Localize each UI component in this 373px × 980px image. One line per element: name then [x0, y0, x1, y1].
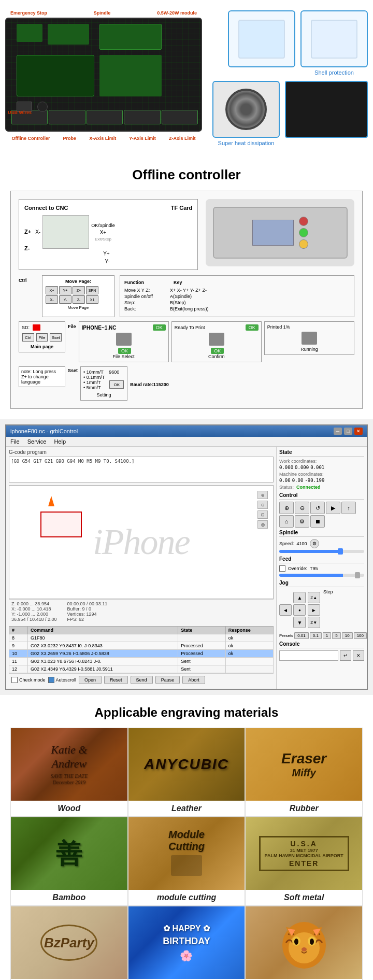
abort-button[interactable]: Abort [182, 676, 205, 684]
preset-001[interactable]: 0.01 [294, 632, 309, 639]
close-icon: ✕ [356, 429, 361, 434]
speed-slider[interactable] [279, 550, 364, 553]
x-plus-label-panel: X+ [100, 230, 107, 235]
shell-box-1 [228, 10, 295, 67]
speed-label: Speed: [279, 541, 294, 546]
setting-section: note: Long press Z+ to change language S… [19, 366, 354, 401]
confirm-label: Confirm [175, 354, 259, 359]
preset-100[interactable]: 100 [354, 632, 367, 639]
check-mode-checkbox[interactable] [11, 677, 18, 683]
setting-box: • 10mm/T • 0.1mm/T • 1mm/T • 5mm/T 9600 … [80, 366, 127, 401]
move-row-1: X+ Y+ Z+ SPN [46, 286, 111, 294]
btn-x-minus[interactable]: X- [46, 295, 58, 304]
ctrl-btn-zoom-in[interactable]: ⊕ [279, 502, 294, 514]
cell-state: Sent [178, 658, 225, 665]
metal-image: U.S.A 31 MET 1977 PALM HAVEN MCMCIDAL AI… [246, 817, 362, 890]
wood-text: Katie & Andrew SAVE THE DATEDecember 201… [51, 743, 88, 786]
ctrl-btn-stop[interactable]: ⏹ [310, 515, 325, 528]
jog-z-up[interactable]: Z▲ [308, 592, 320, 603]
gcode-textarea[interactable]: [G0 G54 G17 G21 G90 G94 M0 M5 M9 T0. S41… [9, 457, 274, 482]
preset-1[interactable]: 1 [323, 632, 331, 639]
jog-pad: ▲ Z▲ ◄ ● ► ▼ Z▼ [279, 592, 321, 628]
menu-service[interactable]: Service [27, 438, 47, 445]
cell-response [225, 658, 273, 665]
maximize-button[interactable]: □ [344, 428, 352, 435]
menu-file[interactable]: File [10, 438, 20, 445]
confirm-box: Ready To Print OK OK Confirm [171, 321, 262, 362]
ctrl-btn-home[interactable]: ⌂ [279, 515, 294, 528]
mdf-image: BzParty [11, 906, 127, 979]
machine-y: 0.00 [292, 478, 304, 483]
send-button[interactable]: Send [131, 676, 153, 684]
preset-5[interactable]: 5 [332, 632, 340, 639]
feed-slider[interactable] [279, 574, 364, 577]
z-plus-label: Z+ [24, 229, 31, 235]
feed-section-title: Feed [279, 556, 364, 563]
open-button[interactable]: Open [79, 676, 102, 684]
btn-z-minus[interactable]: Z- [73, 295, 85, 304]
plywood-content [246, 906, 362, 979]
preset-10[interactable]: 10 [342, 632, 353, 639]
ready-to-print-label: Ready To Print [175, 325, 205, 330]
jog-z-down[interactable]: Z▼ [308, 617, 320, 628]
close-button[interactable]: ✕ [354, 428, 363, 435]
jog-left[interactable]: ◄ [279, 604, 292, 616]
jog-center[interactable]: ● [293, 604, 306, 616]
ctrl-btn-up[interactable]: ↑ [341, 502, 356, 514]
btn-x1[interactable]: X1 [86, 295, 98, 304]
machine-coords-row: Machine coordinates: [279, 472, 364, 477]
jog-right[interactable]: ► [308, 604, 320, 616]
ctrl-btn-play[interactable]: ▶ [326, 502, 340, 514]
canvas-btn-2[interactable]: ⊖ [257, 501, 268, 509]
move-01mm: 0.1mm/T [87, 375, 105, 380]
cell-response: ok [225, 650, 273, 658]
minimize-icon: ─ [336, 429, 339, 434]
preset-label: Presets [279, 633, 293, 638]
pause-button[interactable]: Pause [155, 676, 180, 684]
btn-spn[interactable]: SPN [86, 286, 98, 294]
preset-01[interactable]: 0.1 [310, 632, 322, 639]
reset-button[interactable]: Reset [104, 676, 128, 684]
file-btn[interactable]: File [36, 333, 48, 342]
ctrl-btn[interactable]: Ctrl [22, 333, 34, 342]
canvas-btn-4[interactable]: ◎ [257, 520, 268, 529]
feed-slider-handle[interactable] [355, 572, 360, 578]
slider-handle[interactable] [338, 548, 343, 555]
material-wood: Katie & Andrew SAVE THE DATEDecember 201… [10, 728, 128, 817]
shell-item-2: Shell protection [300, 10, 368, 76]
console-clear-btn[interactable]: ✕ [353, 650, 364, 661]
autoscroll-checkbox[interactable] [48, 677, 54, 683]
minimize-button[interactable]: ─ [334, 428, 342, 435]
sd-icon [33, 324, 40, 331]
ctrl-btn-reset-view[interactable]: ↺ [310, 502, 325, 514]
btn-z-plus[interactable]: Z+ [73, 286, 85, 294]
func-header: Function Key [124, 280, 350, 285]
menu-help[interactable]: Help [54, 438, 66, 445]
cell-command: G02 X3.023 Y8.6756 I-0.8243 J-0. [27, 658, 178, 665]
btn-x-plus[interactable]: X+ [46, 286, 58, 294]
canvas-btn-3[interactable]: ⊡ [257, 510, 268, 519]
sset-btn[interactable]: Sset [50, 333, 62, 342]
spindle-toggle[interactable]: ⚙ [310, 539, 319, 548]
setting-ok-btn[interactable]: OK [109, 380, 124, 389]
override-checkbox[interactable] [279, 565, 285, 572]
jog-down[interactable]: ▼ [293, 617, 306, 628]
print-icon-3 [302, 332, 317, 345]
console-send-btn[interactable]: ↵ [340, 650, 351, 661]
btn-y-minus[interactable]: Y- [59, 295, 71, 304]
ok-btn-2[interactable]: OK [118, 348, 131, 354]
file-select-label: File Select [82, 354, 166, 359]
ok-btn-1[interactable]: OK [153, 324, 166, 331]
ctrl-btn-zoom-out[interactable]: ⊖ [295, 502, 309, 514]
btn-y-plus[interactable]: Y+ [59, 286, 71, 294]
ok-btn-4[interactable]: OK [211, 348, 224, 354]
grbl-right-panel: State Work coordinates: 0.000 0.000 0.00… [276, 447, 367, 689]
function-col-header: Function [124, 280, 166, 285]
jog-up[interactable]: ▲ [293, 592, 306, 603]
ctrl-btn-settings[interactable]: ⚙ [295, 515, 309, 528]
ok-btn-3[interactable]: OK [246, 324, 259, 331]
console-input[interactable] [279, 650, 338, 661]
y-plus-label-panel: Y+ [103, 251, 110, 257]
canvas-btn-1[interactable]: ⊕ [257, 491, 268, 499]
setting-note-box: note: Long press Z+ to change language [19, 366, 65, 387]
